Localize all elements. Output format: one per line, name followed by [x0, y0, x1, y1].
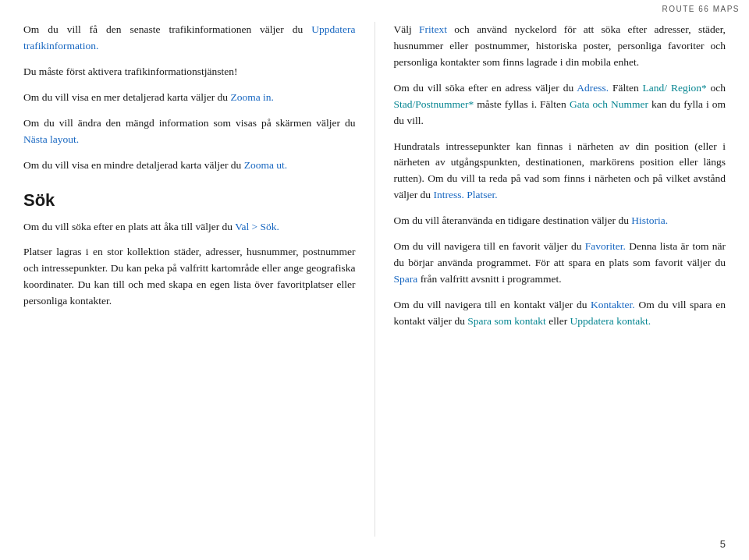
link-favoriter[interactable]: Favoriter.	[585, 240, 626, 252]
left-para-5: Om du vill visa en mindre detaljerad kar…	[23, 158, 356, 174]
section-heading-sok: Sök	[23, 187, 356, 214]
right-para-6: Om du vill navigera till en kontakt välj…	[394, 297, 726, 330]
right-column: Välj Fritext och använd nyckelord för at…	[375, 22, 726, 537]
brand-label: ROUTE 66 MAPS	[662, 5, 740, 13]
link-adress[interactable]: Adress.	[577, 82, 609, 94]
link-fritext[interactable]: Fritext	[419, 23, 447, 35]
left-para-7: Platser lagras i en stor kollektion städ…	[23, 244, 356, 310]
right-para-1: Välj Fritext och använd nyckelord för at…	[394, 22, 726, 71]
link-gata-nummer[interactable]: Gata och Nummer	[570, 98, 648, 110]
left-para-4: Om du vill ändra den mängd information s…	[23, 115, 356, 148]
link-historia[interactable]: Historia.	[631, 214, 668, 226]
left-para-6: Om du vill söka efter en plats att åka t…	[23, 219, 356, 236]
link-uppdatera-kontakt[interactable]: Uppdatera kontakt.	[570, 315, 651, 327]
link-zooma-in[interactable]: Zooma in.	[230, 91, 274, 103]
page-number: 5	[720, 537, 726, 552]
right-para-2: Om du vill söka efter en adress väljer d…	[394, 80, 726, 129]
left-para-1: Om du vill få den senaste trafikinformat…	[23, 22, 356, 55]
link-platser[interactable]: Platser.	[467, 189, 497, 200]
link-stad-postnummer[interactable]: Stad/Postnummer*	[394, 98, 474, 110]
link-kontakter[interactable]: Kontakter.	[591, 299, 635, 310]
link-nasta-layout[interactable]: Nästa layout.	[23, 133, 79, 145]
right-para-3: Hundratals intressepunkter kan finnas i …	[394, 139, 726, 204]
page-header: ROUTE 66 MAPS	[662, 3, 740, 16]
left-para-2: Du måste först aktivera trafikinformatio…	[23, 64, 356, 80]
link-land-region[interactable]: Land/ Region*	[643, 82, 707, 94]
link-spara[interactable]: Spara	[394, 273, 418, 285]
link-intress[interactable]: Intress.	[433, 189, 463, 200]
link-spara-som-kontakt[interactable]: Spara som kontakt	[467, 315, 546, 327]
left-column: Om du vill få den senaste trafikinformat…	[23, 22, 375, 537]
right-para-5: Om du vill navigera till en favorit välj…	[394, 239, 726, 288]
left-para-3: Om du vill visa en mer detaljerad karta …	[23, 90, 356, 106]
right-para-4: Om du vill återanvända en tidigare desti…	[394, 213, 726, 229]
link-val-sok[interactable]: Val > Sök.	[235, 221, 279, 232]
link-zooma-ut[interactable]: Zooma ut.	[244, 159, 288, 171]
